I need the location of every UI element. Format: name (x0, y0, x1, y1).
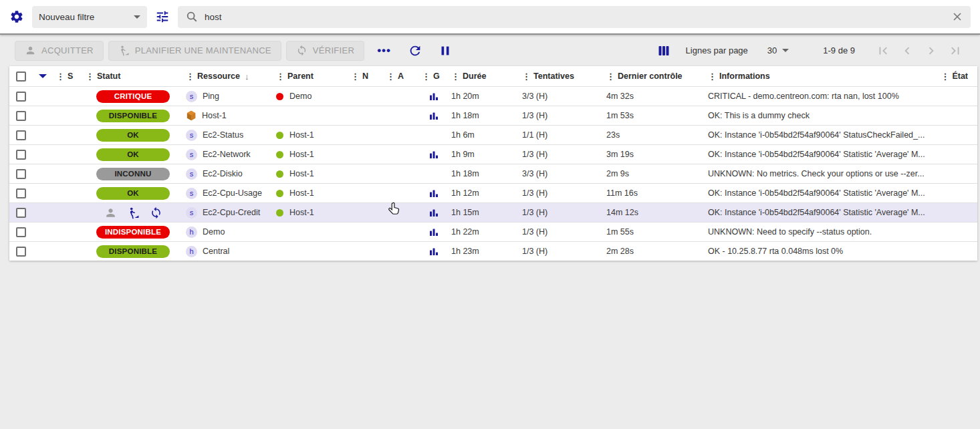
refresh-icon[interactable] (408, 43, 422, 58)
table-row[interactable]: DISPONIBLEhCentral1h 23m1/3 (H)2m 28sOK … (9, 241, 977, 261)
row-resource-cell[interactable]: sEc2-Cpu-Credit (180, 203, 271, 222)
drag-handle-icon[interactable]: ⋮ (86, 72, 94, 82)
parent-name[interactable]: Host-1 (289, 150, 314, 159)
resource-name[interactable]: Ec2-Status (203, 130, 243, 140)
row-checkbox[interactable] (16, 208, 26, 218)
table-row[interactable]: OKsEc2-NetworkHost-11h 9m1/3 (H)3m 19sOK… (9, 144, 977, 164)
resource-name[interactable]: Central (203, 247, 229, 256)
drag-handle-icon[interactable]: ⋮ (422, 72, 431, 82)
row-checkbox[interactable] (16, 130, 26, 140)
last-page-icon[interactable] (947, 42, 964, 59)
row-resource-cell[interactable]: hCentral (180, 242, 271, 261)
column-header-etat[interactable]: ⋮État (939, 66, 977, 86)
parent-name[interactable]: Host-1 (289, 208, 314, 217)
row-resource-cell[interactable]: Host-1 (180, 106, 271, 125)
advanced-filter-icon[interactable] (155, 9, 170, 24)
more-actions-icon[interactable]: ••• (377, 44, 391, 57)
clear-search-icon[interactable] (952, 11, 963, 22)
resource-name[interactable]: Host-1 (202, 111, 227, 120)
column-header-g[interactable]: ⋮G (416, 66, 446, 86)
maintenance-worker-icon[interactable] (127, 206, 140, 219)
drag-handle-icon[interactable]: ⋮ (386, 72, 395, 82)
saved-filter-select[interactable]: Nouveau filtre (32, 6, 147, 28)
parent-name[interactable]: Host-1 (289, 130, 314, 140)
check-sync-icon[interactable] (150, 206, 162, 219)
row-checkbox[interactable] (16, 150, 26, 160)
column-header-n[interactable]: ⋮N (346, 66, 381, 86)
drag-handle-icon[interactable]: ⋮ (186, 72, 195, 82)
column-header-s[interactable]: ⋮S (51, 66, 80, 86)
graph-icon[interactable] (428, 227, 439, 237)
column-header-ressource[interactable]: ⋮Ressource↓ (180, 66, 271, 86)
column-label-statut: Statut (97, 72, 120, 81)
table-row[interactable]: OKsEc2-StatusHost-11h 6m1/1 (H)23sOK: In… (9, 125, 977, 144)
edit-columns-icon[interactable] (657, 44, 670, 57)
graph-icon[interactable] (428, 91, 439, 102)
parent-name[interactable]: Host-1 (289, 169, 314, 178)
table-row[interactable]: INDISPONIBLEhDemo1h 22m1/3 (H)1m 55sUNKN… (9, 222, 977, 241)
graph-icon[interactable] (428, 207, 439, 218)
resource-name[interactable]: Ping (203, 92, 219, 101)
column-header-statut[interactable]: ⋮Statut (80, 66, 180, 86)
table-row[interactable]: OKsEc2-Cpu-UsageHost-11h 12m1/3 (H)11m 1… (9, 183, 977, 202)
drag-handle-icon[interactable]: ⋮ (522, 72, 531, 82)
parent-name[interactable]: Demo (289, 92, 312, 101)
row-ack-cell (381, 223, 416, 241)
row-resource-cell[interactable]: sEc2-Status (180, 126, 271, 144)
select-all-checkbox[interactable] (16, 72, 26, 82)
column-header-tentatives[interactable]: ⋮Tentatives (517, 66, 601, 86)
resource-name[interactable]: Ec2-Network (203, 150, 251, 159)
next-page-icon[interactable] (923, 42, 940, 59)
previous-page-icon[interactable] (898, 42, 916, 59)
check-button[interactable]: VÉRIFIER (286, 41, 364, 61)
row-notes-cell (346, 184, 381, 202)
acknowledge-button[interactable]: ACQUITTER (15, 41, 104, 61)
row-checkbox[interactable] (16, 92, 26, 102)
column-header-dernier_controle[interactable]: ⋮Dernier contrôle (601, 66, 703, 86)
row-checkbox[interactable] (16, 247, 26, 257)
settings-gear-icon[interactable] (9, 9, 24, 24)
row-resource-cell[interactable]: hDemo (180, 223, 271, 241)
column-header-informations[interactable]: ⋮Informations (703, 66, 939, 86)
drag-handle-icon[interactable]: ⋮ (56, 72, 65, 82)
resource-name[interactable]: Ec2-Cpu-Usage (203, 188, 262, 198)
acknowledge-icon[interactable] (104, 206, 117, 219)
resource-name[interactable]: Ec2-Diskio (203, 169, 243, 178)
drag-handle-icon[interactable]: ⋮ (708, 72, 717, 82)
drag-handle-icon[interactable]: ⋮ (941, 72, 949, 82)
row-checkbox[interactable] (16, 111, 26, 121)
search-input[interactable]: host (178, 6, 971, 28)
schedule-downtime-button[interactable]: PLANIFIER UNE MAINTENANCE (108, 41, 281, 61)
graph-icon[interactable] (428, 188, 439, 198)
row-resource-cell[interactable]: sEc2-Diskio (180, 164, 271, 183)
drag-handle-icon[interactable]: ⋮ (276, 72, 285, 82)
drag-handle-icon[interactable]: ⋮ (351, 72, 360, 82)
graph-icon[interactable] (428, 149, 439, 160)
parent-name[interactable]: Host-1 (289, 188, 314, 198)
row-resource-cell[interactable]: sPing (180, 87, 271, 106)
select-options-caret-icon[interactable] (39, 74, 47, 78)
column-header-parent[interactable]: ⋮Parent (271, 66, 346, 86)
column-header-duree[interactable]: ⋮Durée (446, 66, 517, 86)
drag-handle-icon[interactable]: ⋮ (606, 72, 615, 82)
table-row[interactable]: DISPONIBLEHost-11h 18m1/3 (H)1m 53sOK: T… (9, 106, 977, 125)
drag-handle-icon[interactable]: ⋮ (451, 72, 460, 82)
row-resource-cell[interactable]: sEc2-Network (180, 145, 271, 164)
graph-icon[interactable] (428, 110, 439, 121)
table-row[interactable]: CRITIQUEsPingDemo1h 20m3/3 (H)4m 32sCRIT… (9, 86, 977, 106)
graph-icon[interactable] (428, 246, 439, 257)
row-checkbox[interactable] (16, 188, 26, 198)
rows-per-page-select[interactable]: 30 (767, 45, 789, 55)
pause-icon[interactable] (438, 43, 453, 58)
sort-desc-icon[interactable]: ↓ (245, 72, 249, 82)
resource-name[interactable]: Ec2-Cpu-Credit (203, 208, 260, 217)
table-row[interactable]: INCONNUsEc2-DiskioHost-11h 18m3/3 (H)2m … (9, 164, 977, 183)
resource-name[interactable]: Demo (203, 227, 225, 237)
row-checkbox[interactable] (16, 169, 26, 179)
row-resource-cell[interactable]: sEc2-Cpu-Usage (180, 184, 271, 202)
column-header-a[interactable]: ⋮A (381, 66, 416, 86)
row-information-cell: OK - 10.25.8.77 rta 0.048ms lost 0% (703, 242, 939, 261)
table-row[interactable]: sEc2-Cpu-CreditHost-11h 15m1/3 (H)14m 12… (9, 202, 977, 222)
row-checkbox[interactable] (16, 227, 26, 237)
first-page-icon[interactable] (874, 42, 892, 59)
